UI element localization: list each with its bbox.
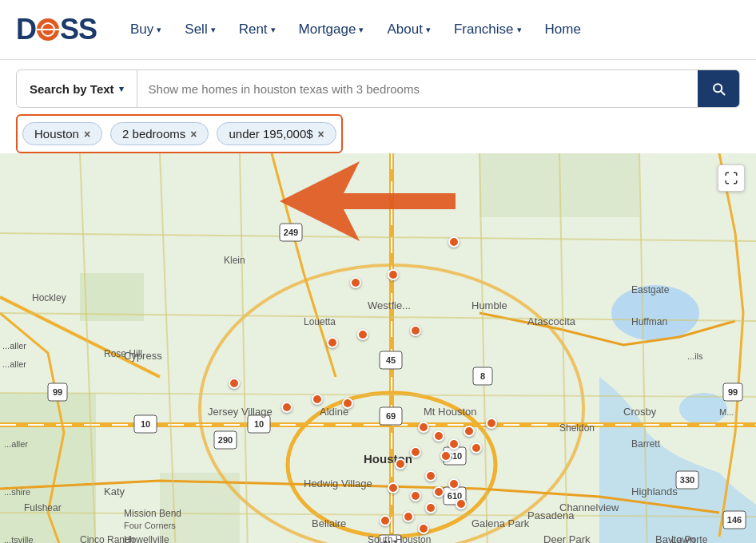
map-container[interactable]: 249 99 99 45 69 8 610 610 10 10 290 bbox=[0, 153, 756, 543]
search-icon bbox=[710, 81, 726, 97]
svg-text:La Porte: La Porte bbox=[671, 534, 708, 543]
property-dot[interactable] bbox=[486, 418, 497, 429]
fullscreen-button[interactable] bbox=[718, 164, 745, 192]
svg-text:...shire: ...shire bbox=[4, 487, 30, 497]
property-dot[interactable] bbox=[464, 426, 475, 437]
property-dot[interactable] bbox=[418, 523, 429, 534]
filter-tag-houston[interactable]: Houston × bbox=[22, 122, 102, 145]
svg-text:Pasadena: Pasadena bbox=[527, 509, 575, 521]
svg-text:Galena Park: Galena Park bbox=[472, 517, 530, 529]
property-dot[interactable] bbox=[312, 394, 323, 405]
property-dot[interactable] bbox=[410, 325, 421, 336]
chevron-down-icon: ▾ bbox=[359, 25, 364, 35]
map-background: 249 99 99 45 69 8 610 610 10 10 290 bbox=[0, 153, 756, 543]
property-dot[interactable] bbox=[327, 337, 338, 348]
svg-text:Katy: Katy bbox=[104, 486, 125, 497]
svg-text:...aller: ...aller bbox=[2, 359, 26, 369]
property-dot[interactable] bbox=[425, 470, 436, 482]
svg-text:Crosby: Crosby bbox=[623, 406, 657, 418]
svg-text:Bellaire: Bellaire bbox=[312, 517, 346, 529]
property-dot[interactable] bbox=[342, 398, 353, 409]
nav-about[interactable]: About ▾ bbox=[377, 15, 440, 44]
logo-text: D bbox=[16, 13, 36, 46]
svg-text:Mission Bend: Mission Bend bbox=[124, 508, 181, 519]
svg-text:Jersey Village: Jersey Village bbox=[208, 406, 273, 418]
property-dot[interactable] bbox=[433, 486, 444, 497]
svg-text:330: 330 bbox=[680, 475, 694, 485]
search-button[interactable] bbox=[698, 70, 739, 107]
svg-text:Barrett: Barrett bbox=[631, 438, 661, 450]
property-dot[interactable] bbox=[410, 446, 421, 458]
svg-text:69: 69 bbox=[386, 411, 396, 421]
svg-text:99: 99 bbox=[728, 387, 738, 397]
property-dot[interactable] bbox=[410, 490, 421, 501]
svg-text:99: 99 bbox=[53, 387, 62, 397]
svg-text:Hockley: Hockley bbox=[32, 292, 66, 303]
property-dot[interactable] bbox=[448, 438, 460, 450]
property-dot[interactable] bbox=[350, 277, 361, 288]
svg-text:10: 10 bbox=[141, 419, 150, 429]
property-dot[interactable] bbox=[357, 329, 368, 340]
filter-tag-bedrooms[interactable]: 2 bedrooms × bbox=[110, 122, 209, 145]
svg-text:South Houston: South Houston bbox=[368, 534, 431, 543]
property-dot[interactable] bbox=[395, 458, 406, 470]
remove-filter-icon[interactable]: × bbox=[318, 128, 324, 141]
svg-text:Howellville: Howellville bbox=[124, 534, 169, 543]
header: D SS Buy ▾ Sell ▾ Rent ▾ Mortgage ▾ Abou… bbox=[0, 0, 756, 60]
property-dot[interactable] bbox=[388, 269, 399, 280]
nav-rent[interactable]: Rent ▾ bbox=[229, 15, 285, 44]
svg-text:...tsville: ...tsville bbox=[4, 535, 34, 543]
search-type-dropdown[interactable]: Search by Text ▾ bbox=[17, 70, 137, 107]
remove-filter-icon[interactable]: × bbox=[190, 128, 197, 141]
property-dot[interactable] bbox=[418, 422, 429, 433]
svg-text:146: 146 bbox=[727, 515, 742, 525]
property-dot[interactable] bbox=[425, 502, 436, 513]
nav-home[interactable]: Home bbox=[535, 15, 591, 44]
svg-text:Westfie...: Westfie... bbox=[368, 299, 411, 311]
svg-text:Highlands: Highlands bbox=[631, 486, 678, 497]
svg-text:Atascocita: Atascocita bbox=[527, 315, 576, 327]
filter-tag-label: under 195,000$ bbox=[229, 127, 312, 141]
remove-filter-icon[interactable]: × bbox=[84, 128, 90, 141]
search-type-label: Search by Text bbox=[30, 82, 114, 96]
property-dot[interactable] bbox=[281, 402, 292, 413]
svg-text:Sheldon: Sheldon bbox=[559, 422, 595, 434]
svg-text:249: 249 bbox=[284, 228, 298, 237]
property-dot[interactable] bbox=[388, 482, 399, 493]
svg-text:290: 290 bbox=[218, 435, 233, 445]
svg-text:Rose Hill: Rose Hill bbox=[104, 348, 142, 359]
nav-buy[interactable]: Buy ▾ bbox=[121, 15, 171, 44]
property-dot[interactable] bbox=[456, 498, 467, 509]
property-dot[interactable] bbox=[380, 515, 391, 526]
property-dot[interactable] bbox=[403, 511, 414, 522]
property-dot[interactable] bbox=[229, 378, 240, 389]
svg-text:Mt Houston: Mt Houston bbox=[424, 406, 476, 418]
property-dot[interactable] bbox=[448, 478, 460, 489]
svg-text:Klein: Klein bbox=[224, 255, 245, 266]
property-dot[interactable] bbox=[471, 442, 482, 454]
svg-text:M...: M... bbox=[719, 407, 734, 417]
svg-text:Deer Park: Deer Park bbox=[543, 533, 591, 543]
logo[interactable]: D SS bbox=[16, 13, 97, 46]
property-dot[interactable] bbox=[448, 236, 460, 248]
property-dot[interactable] bbox=[433, 430, 444, 442]
chevron-down-icon: ▾ bbox=[157, 25, 161, 35]
svg-text:...aller: ...aller bbox=[4, 439, 28, 449]
chevron-down-icon: ▾ bbox=[517, 25, 522, 35]
chevron-down-icon: ▾ bbox=[119, 84, 124, 94]
nav-sell[interactable]: Sell ▾ bbox=[175, 15, 225, 44]
logo-text-ss: SS bbox=[60, 13, 97, 46]
property-dot[interactable] bbox=[440, 450, 452, 462]
chevron-down-icon: ▾ bbox=[211, 25, 216, 35]
nav-mortgage[interactable]: Mortgage ▾ bbox=[289, 15, 374, 44]
svg-text:Four Corners: Four Corners bbox=[124, 521, 176, 530]
main-nav: Buy ▾ Sell ▾ Rent ▾ Mortgage ▾ About ▾ F… bbox=[121, 15, 591, 44]
nav-franchise[interactable]: Franchise ▾ bbox=[444, 15, 531, 44]
search-area: Search by Text ▾ bbox=[0, 60, 756, 114]
filter-tag-label: Houston bbox=[34, 127, 79, 141]
filter-tag-price[interactable]: under 195,000$ × bbox=[217, 122, 336, 145]
search-input[interactable] bbox=[137, 70, 698, 107]
svg-text:Eastgate: Eastgate bbox=[631, 284, 670, 295]
svg-text:Louetta: Louetta bbox=[304, 316, 336, 327]
svg-rect-3 bbox=[0, 393, 96, 543]
